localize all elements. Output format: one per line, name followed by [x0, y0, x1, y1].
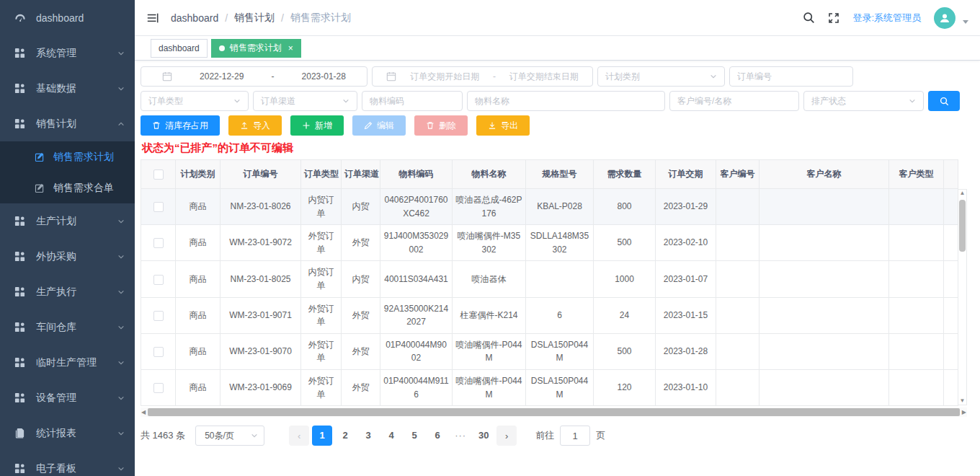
table-cell — [526, 261, 594, 297]
page-button[interactable]: 3 — [358, 426, 378, 446]
sidebar-subitem[interactable]: 销售需求计划 — [0, 141, 135, 172]
customer-input[interactable] — [669, 91, 799, 111]
tab-sales-demand-plan[interactable]: 销售需求计划 × — [211, 39, 301, 58]
breadcrumb-sales-plan[interactable]: 销售计划 — [234, 12, 275, 25]
table-cell: 柱塞偶件-K214 — [453, 297, 526, 333]
scroll-down-icon[interactable]: ▼ — [960, 398, 966, 404]
sidebar-item[interactable]: 系统管理 — [0, 35, 135, 71]
table-row: 商品NM-23-01-8025内贸订单内贸40011S034A431喷油器体10… — [141, 261, 958, 297]
breadcrumb-dashboard[interactable]: dashboard — [171, 12, 218, 24]
row-checkbox[interactable] — [153, 383, 164, 393]
table-cell: SDLLA148M35302 — [526, 225, 594, 261]
create-date-range-picker[interactable]: 2022-12-29 - 2023-01-28 — [141, 66, 368, 87]
schedule-status-select[interactable]: 排产状态 — [803, 91, 924, 111]
select-placeholder: 排产状态 — [811, 95, 846, 107]
export-button[interactable]: 导出 — [476, 115, 530, 136]
row-filler-cell — [944, 333, 958, 369]
sidebar-item[interactable]: 临时生产管理 — [0, 345, 135, 380]
sidebar-item-label: 销售计划 — [36, 118, 117, 131]
next-page-button[interactable]: › — [496, 426, 517, 446]
page-size-select[interactable]: 50条/页 — [195, 426, 264, 446]
material-name-input[interactable] — [467, 91, 665, 111]
row-checkbox-cell — [141, 225, 176, 261]
navbar-right: 登录:系统管理员 — [803, 7, 968, 29]
grid-icon — [14, 118, 26, 130]
row-checkbox[interactable] — [153, 275, 164, 285]
scroll-up-icon[interactable]: ▲ — [960, 190, 966, 196]
table-cell: 2023-01-10 — [656, 369, 716, 405]
sidebar-item[interactable]: 生产执行 — [0, 274, 135, 309]
pager-ellipsis[interactable]: ··· — [450, 426, 471, 446]
clear-stock-button[interactable]: 清库存占用 — [141, 115, 220, 136]
select-placeholder: 订单渠道 — [261, 95, 295, 107]
row-checkbox[interactable] — [153, 202, 164, 212]
close-icon[interactable]: × — [288, 44, 293, 53]
caret-down-icon[interactable] — [963, 20, 968, 24]
trash-icon — [152, 121, 161, 130]
plan-type-select[interactable]: 计划类别 — [597, 66, 725, 87]
avatar[interactable] — [934, 7, 956, 29]
breadcrumb-separator: / — [275, 12, 290, 24]
select-placeholder: 订单类型 — [148, 95, 183, 107]
page-button[interactable]: 1 — [312, 426, 332, 446]
vertical-scrollbar[interactable]: ▲ ▼ — [958, 189, 967, 405]
column-header: 规格型号 — [526, 160, 594, 189]
row-checkbox[interactable] — [153, 347, 164, 357]
page-button[interactable]: 5 — [404, 426, 424, 446]
table-cell — [889, 369, 944, 405]
page-button[interactable]: 2 — [335, 426, 355, 446]
table-cell: 2023-01-28 — [656, 333, 716, 369]
login-user-label[interactable]: 登录:系统管理员 — [852, 12, 921, 25]
due-date-range-picker[interactable]: 订单交期开始日期 - 订单交期结束日期 — [372, 66, 593, 87]
table-cell: 内贸 — [342, 261, 380, 297]
chevron-down-icon — [117, 324, 125, 331]
scroll-right-icon[interactable]: ▶ — [961, 410, 967, 415]
sidebar-item[interactable]: 生产计划 — [0, 203, 135, 239]
sidebar-item[interactable]: 基础数据 — [0, 71, 135, 106]
horizontal-scrollbar[interactable]: ◀ ▶ — [141, 407, 967, 417]
sidebar-item[interactable]: 设备管理 — [0, 380, 135, 415]
order-no-input[interactable] — [729, 66, 853, 87]
vertical-scrollbar-thumb[interactable] — [959, 200, 966, 252]
import-button[interactable]: 导入 — [228, 115, 282, 136]
row-checkbox[interactable] — [153, 238, 164, 248]
sidebar-item[interactable]: 销售计划 — [0, 106, 135, 141]
column-header: 需求数量 — [594, 160, 656, 189]
delete-button[interactable]: 删除 — [414, 115, 468, 136]
main-area: dashboard / 销售计划 / 销售需求计划 登录:系统管理员 — [135, 0, 980, 476]
edit-button[interactable]: 编辑 — [352, 115, 406, 136]
tab-dashboard[interactable]: dashboard — [151, 39, 208, 58]
add-button[interactable]: 新增 — [290, 115, 344, 136]
sidebar-subitem[interactable]: 销售需求合单 — [0, 172, 135, 203]
page-button[interactable]: 30 — [473, 426, 494, 446]
page-button[interactable]: 4 — [381, 426, 401, 446]
page-button[interactable]: 6 — [427, 426, 447, 446]
hamburger-fold-icon[interactable] — [146, 12, 159, 25]
trash-icon — [426, 121, 435, 130]
sidebar-item[interactable]: 电子看板 — [0, 451, 135, 476]
row-checkbox-cell — [141, 189, 176, 225]
select-all-checkbox[interactable] — [153, 169, 164, 180]
order-channel-select[interactable]: 订单渠道 — [253, 91, 357, 111]
table-cell: 喷油器体 — [453, 261, 526, 297]
sidebar-item[interactable]: 统计报表 — [0, 415, 135, 451]
table-cell — [716, 297, 760, 333]
goto-page-input[interactable] — [560, 426, 590, 446]
scroll-left-icon[interactable]: ◀ — [141, 410, 146, 415]
sidebar-item[interactable]: dashboard — [0, 0, 135, 35]
search-icon[interactable] — [803, 12, 815, 24]
fullscreen-icon[interactable] — [828, 12, 839, 24]
sidebar-item[interactable]: 车间仓库 — [0, 309, 135, 345]
row-checkbox[interactable] — [153, 311, 164, 321]
prev-page-button[interactable]: ‹ — [289, 426, 309, 446]
search-button[interactable] — [928, 91, 960, 111]
order-type-select[interactable]: 订单类型 — [141, 91, 249, 111]
table-cell — [760, 189, 889, 225]
material-code-input[interactable] — [362, 91, 463, 111]
chevron-down-icon — [117, 430, 125, 437]
table-cell — [716, 189, 760, 225]
edit-square-icon — [35, 183, 45, 193]
grid-icon — [14, 322, 26, 333]
horizontal-scrollbar-thumb[interactable] — [148, 408, 960, 416]
sidebar-item[interactable]: 外协采购 — [0, 239, 135, 274]
